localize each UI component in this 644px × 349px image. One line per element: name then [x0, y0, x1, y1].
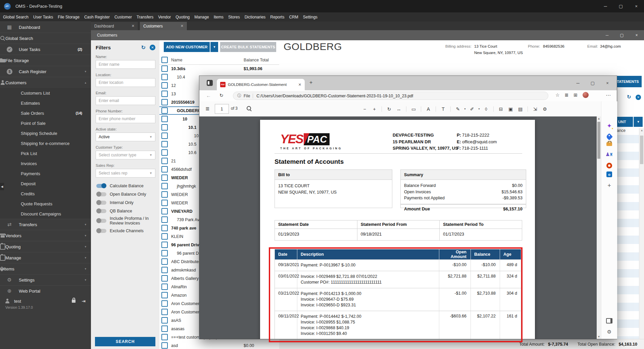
row-checkbox[interactable] — [161, 74, 168, 80]
tab[interactable]: Dashboard ✕ — [91, 22, 138, 30]
menu-item[interactable]: Quoting — [173, 12, 192, 21]
row-checkbox[interactable] — [161, 225, 168, 231]
row-checkbox[interactable] — [161, 99, 168, 105]
close-icon[interactable]: × — [600, 76, 615, 90]
add-sidebar-item-icon[interactable]: + — [604, 180, 615, 191]
sidebar-item[interactable]: ⊕ Web Portal — [0, 285, 91, 296]
detail-scrollbar[interactable]: ▲ — [639, 128, 644, 339]
account-button-partial[interactable]: UNT — [617, 117, 633, 127]
toggle-switch[interactable] — [96, 229, 106, 233]
sidebar-item[interactable]: Quoting ▾ — [0, 241, 91, 252]
row-checkbox[interactable] — [161, 267, 168, 273]
save-as-icon[interactable]: ▤ — [515, 106, 525, 112]
add-favorite-icon[interactable]: ☆ — [555, 92, 560, 98]
row-checkbox[interactable] — [161, 258, 168, 265]
row-checkbox[interactable] — [161, 292, 168, 298]
pdf-settings-icon[interactable]: ⚙ — [540, 106, 550, 112]
tab-close-icon[interactable]: ✕ — [175, 24, 184, 28]
toggle-switch[interactable] — [96, 201, 106, 205]
address-field[interactable]: ⓘ File C:/Users/User/Downloads/GOLDBERG-… — [233, 92, 548, 100]
sidebar-item[interactable]: Payments — [0, 168, 91, 179]
collections-icon[interactable]: ⊞ — [574, 92, 578, 98]
sidebar-item[interactable]: Discount Campaigns — [0, 209, 91, 219]
sidebar-item[interactable]: Shipping for e-commerce — [0, 138, 91, 148]
outlook-icon[interactable]: o — [606, 171, 612, 177]
filter-select[interactable]: Select sales rep ▼ — [96, 169, 155, 178]
sidebar-collapse-icon[interactable]: ◀ — [0, 183, 4, 190]
row-checkbox[interactable] — [161, 200, 168, 206]
row-checkbox[interactable] — [161, 183, 168, 189]
minimize-icon[interactable]: ─ — [598, 0, 613, 12]
sidebar-item[interactable]: Shipping Schedule — [0, 128, 91, 138]
profile-avatar[interactable] — [583, 92, 589, 98]
row-checkbox[interactable] — [161, 300, 168, 307]
copilot-icon[interactable]: ✦ — [604, 120, 615, 131]
full-screen-icon[interactable]: ⇲ — [528, 106, 540, 112]
row-checkbox[interactable] — [161, 158, 168, 164]
row-checkbox[interactable] — [161, 216, 168, 223]
logout-icon[interactable]: ⇥ — [82, 298, 86, 304]
filter-input[interactable] — [96, 60, 155, 69]
toggle-switch[interactable] — [96, 209, 106, 213]
row-checkbox[interactable] — [161, 82, 168, 89]
tab-close-icon[interactable]: ✕ — [126, 24, 135, 28]
row-checkbox[interactable] — [161, 166, 168, 172]
statements-button-partial[interactable]: TATEMENTS — [617, 76, 642, 87]
row-checkbox[interactable] — [161, 124, 168, 131]
zoom-in-icon[interactable]: + — [369, 106, 379, 112]
row-checkbox[interactable] — [161, 317, 168, 323]
clear-filters-icon[interactable]: ✕ — [150, 45, 155, 50]
maximize-icon[interactable]: ▢ — [585, 76, 600, 90]
menu-item[interactable]: Global Search — [1, 12, 31, 21]
games-icon[interactable] — [604, 149, 615, 160]
row-checkbox[interactable] — [161, 250, 168, 256]
sidebar-settings-icon[interactable]: ⚙ — [607, 329, 611, 335]
sidebar-item[interactable]: Customers List — [0, 88, 91, 98]
read-aloud-icon[interactable]: A — [421, 106, 433, 112]
sidebar-item[interactable]: Pick List — [0, 148, 91, 158]
tab[interactable]: Customers ✕ — [140, 22, 187, 30]
sidebar-item[interactable]: Invoices — [0, 158, 91, 168]
rotate-icon[interactable]: ↻ — [382, 106, 394, 112]
toggle-switch[interactable] — [96, 192, 106, 196]
select-all-checkbox[interactable] — [161, 57, 168, 63]
menu-item[interactable]: Stores — [226, 12, 242, 21]
row-checkbox[interactable] — [161, 275, 168, 282]
pdf-scrollbar[interactable]: ▲ ▼ — [597, 116, 601, 339]
shopping-icon[interactable] — [606, 133, 613, 140]
menu-item[interactable]: Vendor — [156, 12, 173, 21]
erase-icon[interactable]: ◊ — [481, 106, 491, 112]
sidebar-item[interactable]: Customers ▴ — [0, 77, 91, 88]
add-customer-caret-icon[interactable]: ▼ — [210, 42, 218, 52]
sidebar-item[interactable]: Credits — [0, 189, 91, 199]
sidebar-item[interactable]: Global Search — [0, 33, 91, 44]
row-checkbox[interactable] — [161, 334, 168, 340]
row-checkbox[interactable] — [161, 233, 168, 240]
info-icon[interactable]: ⓘ — [237, 93, 241, 99]
add-text-icon[interactable]: T — [436, 106, 448, 112]
new-tab-icon[interactable]: + — [309, 80, 312, 86]
row-checkbox[interactable] — [161, 174, 168, 181]
row-checkbox[interactable] — [161, 141, 168, 147]
row-checkbox[interactable] — [161, 107, 168, 114]
maximize-icon[interactable]: ▢ — [614, 30, 629, 40]
sidebar-item[interactable]: Estimates — [0, 98, 91, 108]
menu-item[interactable]: Settings — [301, 12, 320, 21]
row-checkbox[interactable] — [161, 191, 168, 198]
row-checkbox[interactable] — [161, 133, 168, 139]
tab-close-icon[interactable]: ✕ — [298, 83, 301, 87]
customer-row[interactable]: asd $0.00 — [159, 341, 279, 349]
browser-menu-icon[interactable]: ⋯ — [606, 92, 611, 98]
sidebar-item[interactable]: Deposit — [0, 179, 91, 189]
filter-input[interactable] — [96, 96, 155, 105]
menu-item[interactable]: Dictionaries — [242, 12, 268, 21]
minimize-icon[interactable]: ─ — [571, 76, 585, 90]
menu-item[interactable]: User Tasks — [31, 12, 55, 21]
row-checkbox[interactable] — [161, 309, 168, 315]
maximize-icon[interactable]: ▢ — [613, 0, 629, 12]
row-checkbox[interactable] — [161, 149, 168, 156]
office-icon[interactable] — [606, 163, 612, 168]
sidebar-item[interactable]: $ Cash Register ▾ — [0, 66, 91, 77]
row-checkbox[interactable] — [161, 65, 168, 72]
minimize-icon[interactable]: ─ — [600, 30, 614, 40]
